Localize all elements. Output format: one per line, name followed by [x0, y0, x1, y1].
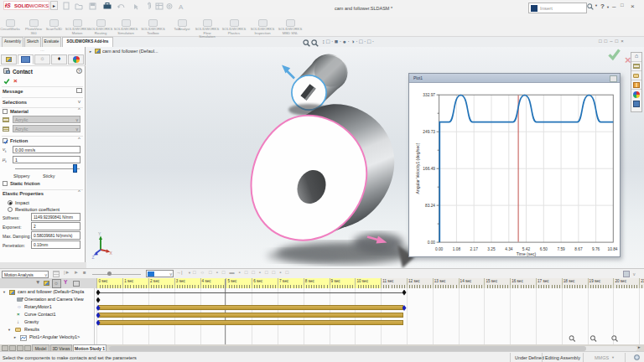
- svg-text:3.25: 3.25: [487, 247, 496, 251]
- svg-text:X: X: [110, 251, 113, 256]
- svg-text:Z: Z: [92, 255, 95, 260]
- svg-text:7.59: 7.59: [557, 247, 565, 251]
- svg-text:Y: Y: [98, 231, 101, 236]
- svg-text:Time (sec): Time (sec): [517, 251, 537, 256]
- svg-text:83.24: 83.24: [425, 204, 435, 208]
- svg-text:0.00: 0.00: [428, 240, 436, 245]
- svg-text:249.73: 249.73: [423, 130, 435, 134]
- svg-text:166.49: 166.49: [423, 167, 435, 171]
- svg-text:2.17: 2.17: [470, 247, 479, 251]
- svg-text:A: A: [179, 3, 184, 11]
- svg-text:332.97: 332.97: [423, 93, 435, 97]
- svg-text:9.76: 9.76: [592, 247, 600, 251]
- svg-text:8.67: 8.67: [574, 247, 583, 251]
- svg-text:4.34: 4.34: [505, 247, 513, 251]
- svg-text:Angular Velocity1 (deg/sec): Angular Velocity1 (deg/sec): [415, 142, 420, 194]
- svg-text:6.50: 6.50: [540, 247, 548, 251]
- svg-text:0.00: 0.00: [435, 247, 444, 251]
- svg-text:1.08: 1.08: [453, 247, 461, 251]
- svg-text:10.84: 10.84: [607, 247, 617, 251]
